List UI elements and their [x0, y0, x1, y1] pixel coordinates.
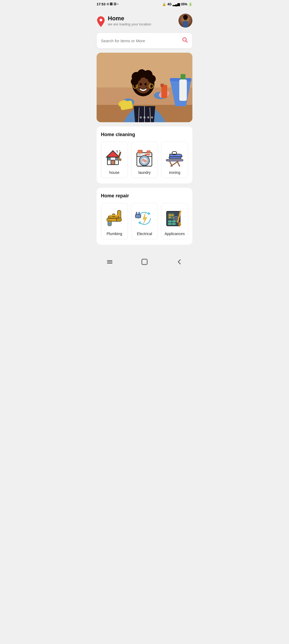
svg-point-61	[173, 158, 174, 158]
status-4g: 4G	[167, 2, 172, 6]
svg-rect-87	[169, 216, 171, 218]
status-right: 🔒 4G ▂▄▆ 35% 🔋	[162, 2, 192, 6]
status-signal: 🔒	[162, 2, 166, 6]
ironing-label: ironing	[169, 170, 180, 175]
location-subtitle: we are loading your location	[108, 22, 151, 26]
cleaning-services-grid: ✦ ✦ house	[101, 142, 188, 178]
svg-rect-97	[107, 260, 112, 261]
battery-icon: 🔋	[188, 2, 192, 6]
svg-point-35	[148, 75, 156, 83]
dot-5[interactable]	[151, 116, 153, 118]
appliances-label: Applicances	[165, 232, 185, 236]
plumbing-icon	[104, 208, 125, 229]
svg-point-49	[120, 154, 121, 155]
location-text: Home we are loading your location	[108, 15, 151, 26]
svg-rect-55	[138, 154, 140, 155]
repair-services-grid: Plumbing	[101, 203, 188, 239]
service-plumbing[interactable]: Plumbing	[101, 203, 128, 239]
svg-rect-60	[169, 156, 181, 159]
electrical-icon	[134, 208, 155, 229]
svg-rect-85	[169, 214, 171, 216]
svg-rect-59	[138, 150, 143, 153]
dot-1[interactable]	[136, 116, 138, 118]
laundry-icon	[134, 146, 155, 168]
svg-rect-93	[172, 223, 176, 225]
svg-rect-92	[168, 223, 172, 225]
home-repair-title: Home repair	[101, 193, 188, 199]
service-ironing[interactable]: ironing	[161, 142, 188, 178]
plumbing-label: Plumbing	[107, 232, 122, 236]
service-house[interactable]: ✦ ✦ house	[101, 142, 128, 178]
nav-back-button[interactable]	[174, 256, 185, 267]
svg-text:✦: ✦	[116, 149, 118, 152]
location-title: Home	[108, 15, 151, 22]
laundry-label: laundry	[138, 170, 151, 175]
svg-rect-91	[172, 220, 176, 223]
status-bars: ▂▄▆	[173, 2, 180, 6]
svg-rect-84	[168, 213, 174, 219]
header-left: Home we are loading your location	[97, 15, 151, 26]
svg-point-36	[131, 78, 138, 85]
avatar[interactable]	[178, 14, 192, 28]
service-laundry[interactable]: laundry	[131, 142, 158, 178]
svg-line-7	[186, 41, 188, 43]
banner-dots	[136, 116, 153, 118]
nav-menu-button[interactable]	[104, 256, 115, 267]
svg-point-0	[100, 19, 102, 21]
status-bar: 17:53 ⊙ 🖼 Ⓑ • 🔒 4G ▂▄▆ 35% 🔋	[92, 0, 197, 7]
svg-marker-77	[149, 212, 151, 215]
house-icon: ✦ ✦	[104, 146, 125, 168]
nav-home-button[interactable]	[139, 256, 150, 267]
home-cleaning-title: Home cleaning	[101, 132, 188, 137]
appliances-icon	[164, 208, 185, 229]
svg-rect-66	[166, 159, 183, 161]
main-content: Home we are loading your location	[92, 7, 197, 253]
svg-rect-82	[135, 214, 141, 218]
svg-marker-79	[143, 213, 147, 224]
electrical-label: Electrical	[137, 232, 152, 236]
header: Home we are loading your location	[97, 9, 192, 33]
dot-4[interactable]	[147, 116, 149, 118]
status-left: 17:53 ⊙ 🖼 Ⓑ •	[97, 2, 118, 6]
svg-point-29	[144, 83, 147, 86]
svg-rect-54	[145, 154, 150, 155]
svg-point-89	[175, 218, 177, 220]
svg-rect-58	[147, 151, 150, 153]
ironing-icon	[164, 146, 185, 168]
svg-rect-100	[142, 259, 147, 264]
svg-point-62	[176, 158, 176, 158]
bottom-nav	[92, 253, 197, 273]
service-electrical[interactable]: Electrical	[131, 203, 158, 239]
svg-rect-76	[110, 215, 118, 216]
home-cleaning-section: Home cleaning	[97, 126, 192, 183]
svg-point-5	[183, 15, 188, 20]
svg-rect-20	[161, 84, 163, 87]
house-label: house	[109, 170, 119, 175]
location-icon	[97, 16, 105, 25]
banner	[97, 53, 192, 122]
svg-rect-4	[183, 21, 188, 28]
svg-rect-21	[163, 83, 164, 85]
svg-rect-86	[172, 214, 174, 216]
dot-2[interactable]	[140, 116, 142, 118]
svg-rect-39	[111, 160, 115, 164]
status-icons: ⊙ 🖼 Ⓑ •	[107, 2, 118, 6]
dot-3[interactable]	[143, 116, 146, 118]
svg-rect-99	[107, 263, 112, 264]
svg-point-63	[178, 158, 179, 158]
status-time: 17:53	[97, 2, 105, 6]
svg-marker-78	[138, 221, 140, 224]
search-input[interactable]	[101, 39, 182, 43]
status-battery: 35%	[181, 2, 187, 6]
svg-point-28	[140, 83, 142, 86]
svg-rect-90	[168, 220, 172, 223]
search-icon[interactable]	[182, 37, 188, 45]
home-repair-section: Home repair	[97, 188, 192, 245]
svg-rect-25	[179, 79, 187, 101]
service-appliances[interactable]: Applicances	[161, 203, 188, 239]
svg-rect-98	[107, 262, 112, 262]
svg-line-69	[171, 161, 178, 166]
search-bar[interactable]	[97, 33, 192, 48]
svg-text:✦: ✦	[119, 150, 121, 152]
